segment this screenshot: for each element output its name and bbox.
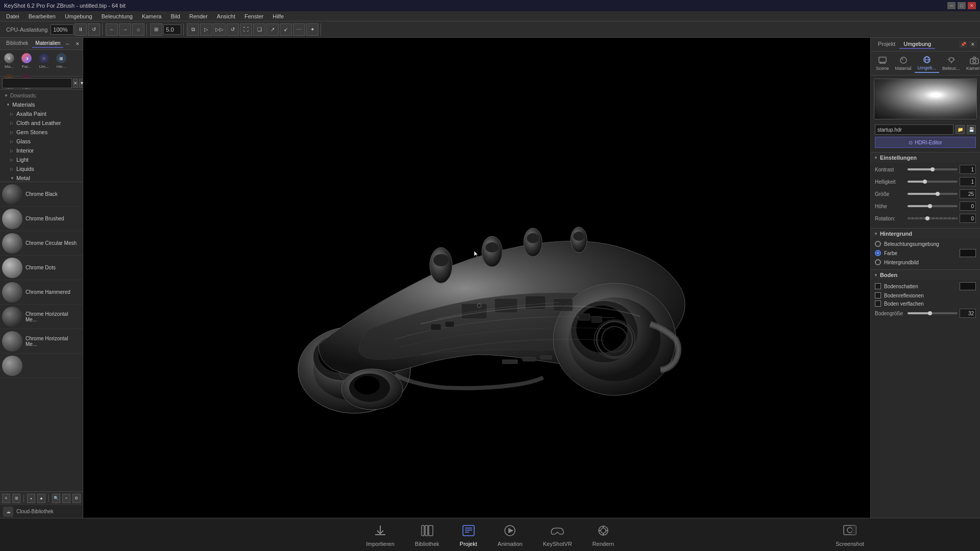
farbe-color-swatch[interactable] <box>960 249 976 257</box>
rpanel-icon-material[interactable]: Material <box>892 54 915 72</box>
grid-view-btn[interactable]: ⊞ <box>12 494 20 503</box>
cpu-pause-btn[interactable]: ⏸ <box>75 23 87 36</box>
tab-bibliothek[interactable]: Bibliothek <box>3 39 31 48</box>
view-btn9[interactable]: ⋯ <box>293 23 305 36</box>
view-btn2[interactable]: ▷ <box>200 23 212 36</box>
search-input[interactable] <box>2 78 72 88</box>
material-last[interactable] <box>0 354 83 378</box>
grosse-value-input[interactable] <box>960 189 976 198</box>
search-mat-btn[interactable]: 🔍 <box>52 494 60 503</box>
hdr-save-btn[interactable]: 💾 <box>967 125 976 134</box>
rotation-thumb[interactable] <box>925 216 929 220</box>
material-chrome-hammered[interactable]: Chrome Hammered <box>0 280 83 305</box>
tab-materialien[interactable]: Materialien <box>32 39 63 48</box>
dock-animation[interactable]: Animation <box>498 522 523 547</box>
rpanel-tab-umgebung[interactable]: Umgebung <box>899 40 935 49</box>
menu-beleuchtung[interactable]: Beleuchtung <box>97 12 137 20</box>
search-clear-btn[interactable]: ✕ <box>73 79 78 88</box>
checkbox-verflachen[interactable] <box>875 300 881 307</box>
cpu-refresh-btn[interactable]: ↺ <box>88 23 100 36</box>
radio-hintergrundbild-dot[interactable] <box>875 259 881 265</box>
menu-render[interactable]: Render <box>185 12 212 20</box>
maximize-button[interactable]: □ <box>958 2 966 9</box>
close-button[interactable]: ✕ <box>968 2 976 9</box>
view-btn4[interactable]: ↺ <box>227 23 239 36</box>
nav-back-btn[interactable]: ← <box>106 23 118 36</box>
menu-kamera[interactable]: Kamera <box>138 12 166 20</box>
rpanel-pin-btn[interactable]: 📌 <box>959 41 967 48</box>
menu-hilfe[interactable]: Hilfe <box>268 12 288 20</box>
settings-mat-btn[interactable]: ⚙ <box>72 494 81 503</box>
icon-hintergrund[interactable]: ▦ Hin... <box>54 52 68 70</box>
tree-cloth[interactable]: ▷ Cloth and Leather <box>0 118 83 128</box>
grosse-thumb[interactable] <box>936 192 940 196</box>
nav-home-btn[interactable]: ⌂ <box>132 23 144 36</box>
material-chrome-brushed[interactable]: Chrome Brushed <box>0 207 83 231</box>
tree-light[interactable]: ▷ Light <box>0 155 83 164</box>
rpanel-icon-scene[interactable]: Scene <box>873 54 892 72</box>
schatten-color-swatch[interactable] <box>960 282 976 290</box>
section-hintergrund-header[interactable]: ▼ Hintergrund <box>871 229 980 239</box>
hohe-thumb[interactable] <box>928 204 932 208</box>
tree-interior[interactable]: ▷ Interior <box>0 146 83 155</box>
hdr-editor-button[interactable]: ⊙ HDRI-Editor <box>875 137 976 148</box>
menu-bearbeiten[interactable]: Bearbeiten <box>24 12 60 20</box>
panel-close-btn[interactable]: ✕ <box>74 40 82 47</box>
view-btn3[interactable]: ▷▷ <box>213 23 226 36</box>
kontrast-value-input[interactable] <box>960 165 976 174</box>
tree-downloads[interactable]: ▼ Downloads: <box>0 91 83 100</box>
medium-size-btn[interactable]: ● <box>37 494 45 503</box>
bodengrosse-thumb[interactable] <box>928 311 932 315</box>
rpanel-close-btn[interactable]: ✕ <box>969 41 977 48</box>
radio-beleuchtung-dot[interactable] <box>875 241 881 247</box>
add-mat-btn[interactable]: + <box>62 494 70 503</box>
kontrast-thumb[interactable] <box>930 167 935 171</box>
rpanel-icon-beleuchtung[interactable]: Beleuc... <box>939 54 963 72</box>
menu-umgebung[interactable]: Umgebung <box>61 12 96 20</box>
view-btn5[interactable]: ⛶ <box>240 23 252 36</box>
zoom-input[interactable] <box>163 24 181 35</box>
icon-farbe[interactable]: ◑ Far... <box>19 52 34 70</box>
tree-glass[interactable]: ▷ Glass <box>0 137 83 146</box>
dock-projekt[interactable]: Projekt <box>460 522 477 547</box>
material-chrome-hmesh2[interactable]: Chrome Horizontal Me... <box>0 329 83 354</box>
menu-ansicht[interactable]: Ansicht <box>213 12 239 20</box>
dock-bibliothek[interactable]: Bibliothek <box>415 522 439 547</box>
tree-liquids[interactable]: ▷ Liquids <box>0 164 83 173</box>
bodengrosse-value-input[interactable] <box>960 309 976 318</box>
hohe-value-input[interactable] <box>960 202 976 211</box>
radio-farbe-dot[interactable] <box>875 250 881 256</box>
list-view-btn[interactable]: ≡ <box>2 494 10 503</box>
checkbox-schatten[interactable] <box>875 283 881 289</box>
material-chrome-hmesh1[interactable]: Chrome Horizontal Me... <box>0 305 83 329</box>
minimize-button[interactable]: ─ <box>947 2 955 9</box>
view-btn8[interactable]: ↙ <box>280 23 292 36</box>
helligkeit-thumb[interactable] <box>923 180 927 184</box>
hdr-folder-btn[interactable]: 📁 <box>955 125 965 134</box>
view-btn6[interactable]: ❑ <box>253 23 265 36</box>
rpanel-icon-kamera[interactable]: Kamera <box>963 54 980 72</box>
small-size-btn[interactable]: ● <box>27 494 35 503</box>
cpu-value-input[interactable] <box>51 24 74 35</box>
menu-fenster[interactable]: Fenster <box>240 12 267 20</box>
dock-importieren[interactable]: Importieren <box>366 522 395 547</box>
viewport[interactable] <box>83 38 870 518</box>
tree-materials[interactable]: ▼ Materials <box>0 100 83 109</box>
dock-rendern[interactable]: Rendern <box>593 522 614 547</box>
tree-view[interactable]: ▼ Downloads: ▼ Materials ▷ Axalta Paint … <box>0 90 83 182</box>
dock-keyshotvr[interactable]: KeyShotVR <box>543 522 572 547</box>
grid-btn[interactable]: ⊞ <box>150 23 162 36</box>
menu-bild[interactable]: Bild <box>166 12 184 20</box>
tree-axalta[interactable]: ▷ Axalta Paint <box>0 109 83 118</box>
material-chrome-black[interactable]: Chrome Black <box>0 182 83 207</box>
view-btn7[interactable]: ↗ <box>266 23 279 36</box>
dock-screenshot[interactable]: Screenshot <box>836 522 864 547</box>
panel-minimize-btn[interactable]: ─ <box>63 40 71 47</box>
section-einstellungen-header[interactable]: ▼ Einstellungen <box>871 153 980 163</box>
rotation-value-input[interactable] <box>960 214 976 223</box>
checkbox-reflexionen[interactable] <box>875 292 881 298</box>
tree-gem[interactable]: ▷ Gem Stones <box>0 128 83 137</box>
tree-metal[interactable]: ▼ Metal <box>0 173 83 182</box>
section-boden-header[interactable]: ▼ Boden <box>871 270 980 280</box>
menu-datei[interactable]: Datei <box>2 12 23 20</box>
